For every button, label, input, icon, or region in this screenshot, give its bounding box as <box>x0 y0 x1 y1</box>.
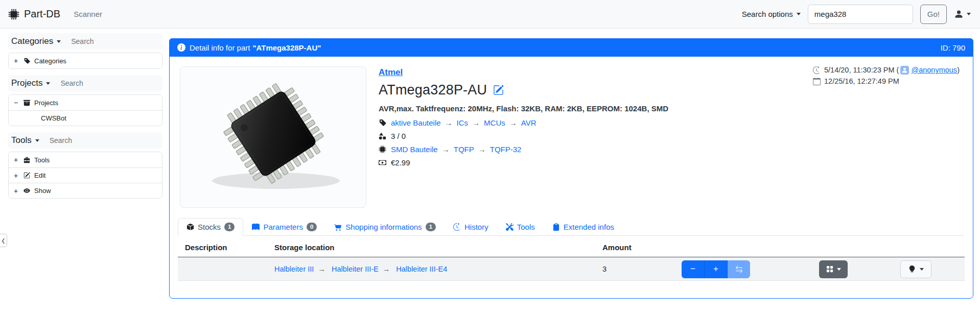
part-image[interactable] <box>180 66 366 208</box>
stock-amount-cell: 3 <box>595 265 674 273</box>
navbar-right: Search options Go! <box>742 5 971 24</box>
storage-location-link[interactable]: Halbleiter III-E4 <box>396 265 447 273</box>
table-view-dropdown-button[interactable] <box>819 260 848 278</box>
box-icon <box>186 223 194 231</box>
book-icon <box>252 223 260 231</box>
column-header-amount: Amount <box>595 243 674 252</box>
arrow-right-separator <box>441 118 457 127</box>
expand-icon[interactable]: + <box>14 172 19 180</box>
sidebar-collapse-handle[interactable]: ❮ <box>0 234 7 247</box>
sidebar-panel-header-projects: Projects <box>8 75 162 91</box>
storage-location-breadcrumb: Halbleiter III Halbleiter III-E Halbleit… <box>267 265 595 273</box>
tree-item-label: Show <box>34 187 51 195</box>
tab-label: Shopping informations <box>345 223 422 231</box>
storage-location-link[interactable]: Halbleiter III <box>274 265 314 273</box>
price-row: €2.99 <box>379 158 668 167</box>
manufacturer-link[interactable]: Atmel <box>379 67 403 78</box>
tab-history[interactable]: History <box>445 218 497 236</box>
part-id-label: ID: 790 <box>941 43 965 52</box>
go-button[interactable]: Go! <box>920 5 947 24</box>
panel-title-label: Projects <box>11 78 42 88</box>
panel-title-label: Tools <box>11 135 32 146</box>
footprint-link[interactable]: SMD Bauteile <box>391 145 438 154</box>
decrease-stock-button[interactable]: − <box>682 260 705 278</box>
tools-panel-dropdown[interactable]: Tools <box>11 135 39 146</box>
tab-tools[interactable]: Tools <box>497 218 544 236</box>
tree-item-projects[interactable]: − Projects <box>9 95 162 110</box>
top-navbar: Part-DB Scanner Search options Go! <box>0 0 980 29</box>
column-header-storage-location: Storage location <box>267 243 595 252</box>
search-options-dropdown[interactable]: Search options <box>742 10 801 18</box>
modified-by-user-link[interactable]: @anonymous <box>911 66 957 74</box>
sidebar: Categories + Categories Projects − Pr <box>8 33 162 205</box>
clock-history-icon <box>453 223 461 231</box>
stock-row: Halbleiter III Halbleiter III-E Halbleit… <box>178 257 965 281</box>
tree-item-label: CWSBot <box>41 114 66 122</box>
user-menu-dropdown[interactable] <box>954 9 971 19</box>
category-link[interactable]: aktive Bauteile <box>391 118 441 127</box>
tree-item-label: Projects <box>34 99 58 107</box>
tab-label: Parameters <box>263 223 303 231</box>
expand-icon[interactable]: + <box>14 187 19 195</box>
person-icon <box>954 9 964 19</box>
user-avatar <box>900 66 909 75</box>
increase-stock-button[interactable]: + <box>705 260 728 278</box>
footprint-link[interactable]: TQFP-32 <box>490 145 522 154</box>
part-name-title: ATmega328P-AU <box>379 82 487 98</box>
grid-icon <box>826 265 833 273</box>
tree-item-label: Categories <box>34 57 66 65</box>
tab-shopping-informations[interactable]: Shopping informations 1 <box>325 218 445 236</box>
edit-part-icon[interactable] <box>493 85 504 95</box>
price-value: €2.99 <box>391 158 410 167</box>
collapse-icon[interactable]: − <box>14 99 19 107</box>
sidebar-panel-header-categories: Categories <box>8 33 162 50</box>
tree-item-categories[interactable]: + Categories <box>9 53 162 68</box>
arrow-right-separator <box>474 145 490 154</box>
categories-search-input[interactable] <box>71 37 160 45</box>
clock-history-icon <box>813 66 821 74</box>
part-detail-card: Detail info for part "ATmega328P-AU" ID:… <box>169 38 973 299</box>
part-dates: 5/14/20, 11:30:23 PM ( @anonymous ) 12/2… <box>813 64 960 87</box>
tag-icon <box>379 119 386 127</box>
tree-item-show[interactable]: + Show <box>9 183 162 198</box>
expand-icon[interactable]: + <box>14 156 19 164</box>
column-header-description: Description <box>178 243 267 252</box>
move-stock-button[interactable] <box>728 260 750 278</box>
part-description: AVR,max. Taktfrequenz: 20MHz, Flash: 32K… <box>379 104 668 113</box>
category-link[interactable]: AVR <box>521 118 536 127</box>
arrow-right-separator <box>314 265 330 273</box>
brand-home-link[interactable]: Part-DB <box>8 8 60 20</box>
chevron-down-icon <box>967 13 971 15</box>
tab-parameters[interactable]: Parameters 0 <box>243 218 325 236</box>
arrow-right-separator <box>505 118 521 127</box>
nav-item-scanner[interactable]: Scanner <box>74 10 102 18</box>
sidebar-panel-header-tools: Tools <box>8 132 162 149</box>
header-part-name: "ATmega328P-AU" <box>252 43 321 52</box>
label-dropdown-button[interactable] <box>900 260 931 278</box>
search-input[interactable] <box>808 5 913 24</box>
expand-icon[interactable]: + <box>14 57 19 65</box>
projects-search-input[interactable] <box>60 79 160 87</box>
archive-box-icon <box>24 100 30 106</box>
tree-item-edit[interactable]: + Edit <box>9 167 162 183</box>
tools-search-input[interactable] <box>50 136 160 144</box>
categories-tree: + Categories <box>8 53 162 69</box>
footprint-link[interactable]: TQFP <box>454 145 474 154</box>
category-link[interactable]: ICs <box>457 118 469 127</box>
footprint-breadcrumb: SMD Bauteile TQFP TQFP-32 <box>379 145 668 154</box>
tree-item-cwsbot[interactable]: CWSBot <box>9 110 162 126</box>
tree-item-tools[interactable]: + Tools <box>9 152 162 167</box>
tab-badge: 0 <box>307 223 317 232</box>
tab-extended-infos[interactable]: Extended infos <box>544 218 623 236</box>
tab-stocks[interactable]: Stocks 1 <box>178 218 243 236</box>
tools-tree: + Tools + Edit + Show <box>8 152 162 199</box>
tab-label: Extended infos <box>564 223 614 231</box>
storage-location-link[interactable]: Halbleiter III-E <box>332 265 379 273</box>
categories-panel-dropdown[interactable]: Categories <box>11 36 61 46</box>
tools-icon <box>506 223 514 231</box>
tree-item-label: Tools <box>34 156 50 164</box>
cash-icon <box>379 159 386 166</box>
category-link[interactable]: MCUs <box>484 118 505 127</box>
created-datetime: 12/25/16, 12:27:49 PM <box>824 77 899 85</box>
projects-panel-dropdown[interactable]: Projects <box>11 78 50 88</box>
